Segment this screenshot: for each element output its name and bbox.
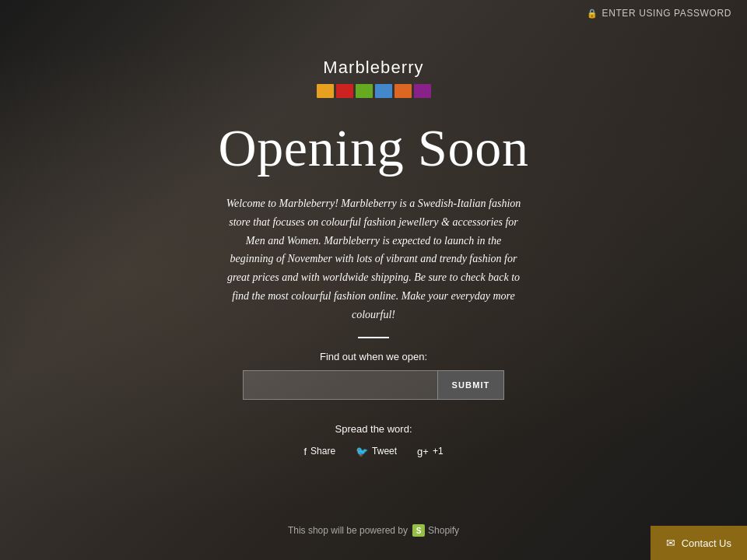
tweet-label: Tweet <box>372 446 397 457</box>
top-bar: 🔒 ENTER USING PASSWORD <box>0 0 747 26</box>
password-link-label: ENTER USING PASSWORD <box>602 8 731 19</box>
password-link[interactable]: 🔒 ENTER USING PASSWORD <box>587 8 731 19</box>
divider <box>358 337 389 338</box>
share-label: Share <box>310 446 335 457</box>
lock-icon: 🔒 <box>587 9 598 19</box>
twitter-icon: 🐦 <box>356 446 368 457</box>
find-out-label: Find out when we open: <box>320 351 427 362</box>
blue-square <box>375 84 392 98</box>
yellow-square <box>317 84 334 98</box>
social-buttons: f Share 🐦 Tweet g+ +1 <box>297 443 449 460</box>
submit-button[interactable]: SUBMIT <box>437 370 505 400</box>
facebook-share-button[interactable]: f Share <box>297 443 342 460</box>
email-input[interactable] <box>243 370 437 400</box>
description-text: Welcome to Marbleberry! Marbleberry is a… <box>226 194 521 324</box>
color-squares <box>317 84 431 98</box>
orange-square <box>395 84 412 98</box>
google-plus-button[interactable]: g+ +1 <box>411 443 450 460</box>
main-heading: Opening Soon <box>218 117 528 179</box>
brand-name: Marbleberry <box>317 58 431 78</box>
spread-label: Spread the word: <box>297 423 449 435</box>
logo-area: Marbleberry <box>317 58 431 98</box>
spread-section: Spread the word: f Share 🐦 Tweet g+ +1 <box>297 423 449 460</box>
google-plus-icon: g+ <box>417 446 429 457</box>
plus-label: +1 <box>433 446 444 457</box>
red-square <box>336 84 353 98</box>
twitter-tweet-button[interactable]: 🐦 Tweet <box>349 443 403 460</box>
email-form: SUBMIT <box>243 370 505 400</box>
green-square <box>356 84 373 98</box>
purple-square <box>414 84 431 98</box>
facebook-icon: f <box>303 446 307 457</box>
